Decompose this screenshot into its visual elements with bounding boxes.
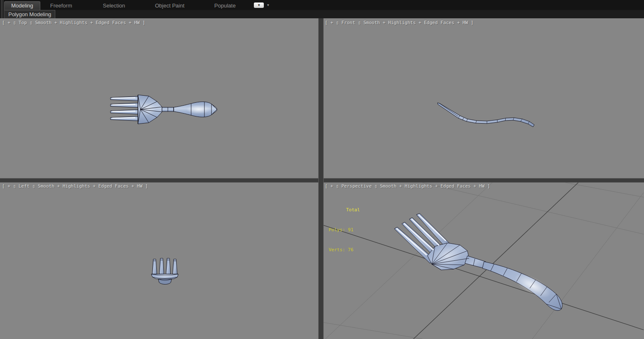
viewport-left-label[interactable]: [ + ▯ Left ▯ Smooth + Highlights + Edged… xyxy=(2,183,148,189)
fork-perspective-model xyxy=(394,213,562,311)
ribbon-tab-row: Modeling Freeform Selection Object Paint… xyxy=(4,0,644,10)
3ds-max-window: Modeling Freeform Selection Object Paint… xyxy=(0,0,644,339)
viewport-left[interactable]: [ + ▯ Left ▯ Smooth + Highlights + Edged… xyxy=(0,182,318,339)
ribbon-options-caret-icon[interactable]: ▼ xyxy=(266,3,270,7)
viewport-perspective-label[interactable]: [ + ▯ Perspective ▯ Smooth + Highlights … xyxy=(325,183,490,189)
ribbon: Modeling Freeform Selection Object Paint… xyxy=(0,0,644,19)
ribbon-grip-handle[interactable] xyxy=(0,0,4,18)
stats-total-label: Total xyxy=(329,207,360,213)
viewport-top[interactable]: [ + ▯ Top ▯ Smooth + Highlights + Edged … xyxy=(0,18,318,178)
minimize-ribbon-icon: ▼ xyxy=(257,3,261,7)
fork-front-view xyxy=(434,101,538,130)
tab-modeling[interactable]: Modeling xyxy=(4,1,40,10)
stats-verts: Verts: 76 xyxy=(329,247,360,253)
grid-minor-lines xyxy=(323,182,644,339)
tab-freeform[interactable]: Freeform xyxy=(44,2,79,10)
tab-object-paint[interactable]: Object Paint xyxy=(148,2,191,10)
stats-polys: Polys: 91 xyxy=(329,227,360,233)
tab-selection[interactable]: Selection xyxy=(96,2,132,10)
perspective-scene xyxy=(323,182,644,339)
tab-populate[interactable]: Populate xyxy=(208,2,242,10)
grid-axis-lines xyxy=(323,182,644,339)
viewport-front-label[interactable]: [ + ▯ Front ▯ Smooth + Highlights + Edge… xyxy=(325,20,474,25)
statistics-overlay: Total Polys: 91 Verts: 76 xyxy=(329,193,360,267)
fork-top-view xyxy=(108,92,222,127)
fork-left-view xyxy=(149,254,181,287)
minimize-ribbon-button[interactable]: ▼ xyxy=(254,2,264,8)
viewport-splitter-vertical[interactable] xyxy=(318,18,324,339)
viewport-front[interactable]: [ + ▯ Front ▯ Smooth + Highlights + Edge… xyxy=(323,18,644,178)
panel-polygon-modeling[interactable]: Polygon Modeling xyxy=(4,10,55,18)
viewport-perspective[interactable]: [ + ▯ Perspective ▯ Smooth + Highlights … xyxy=(323,182,644,339)
ribbon-panel-row: Polygon Modeling xyxy=(4,10,644,18)
viewport-top-label[interactable]: [ + ▯ Top ▯ Smooth + Highlights + Edged … xyxy=(2,20,145,25)
